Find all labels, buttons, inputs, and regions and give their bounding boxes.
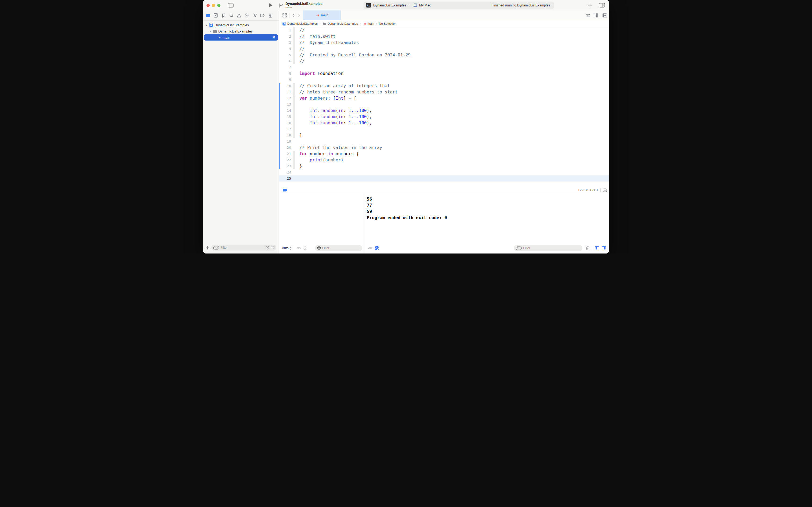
variables-scope-dropdown[interactable]: Auto [282,246,291,250]
debug-area-toggle-icon[interactable] [603,188,607,192]
run-button[interactable] [267,0,275,10]
line-number[interactable]: 10 [279,83,293,89]
line-number[interactable]: 15 [279,114,293,120]
code-line[interactable]: 23} [279,163,609,169]
code-line[interactable]: 12var numbers: [Int] = [ [279,95,609,101]
line-number[interactable]: 7 [279,64,293,70]
source-editor[interactable]: 1//2// main.swift3// DynamicListExamples… [279,27,609,187]
clear-console-icon[interactable] [586,246,590,250]
tab-main[interactable]: main [303,10,341,20]
line-number[interactable]: 21 [279,151,293,157]
quicklook-icon[interactable] [296,246,301,250]
line-number[interactable]: 16 [279,120,293,126]
debug-navigator-icon[interactable] [252,13,257,18]
breakpoint-navigator-icon[interactable] [260,13,265,18]
disclosure-chevron-icon[interactable]: ▼ [205,24,208,26]
code-line[interactable]: 6// [279,58,609,64]
code-line[interactable]: 4// [279,46,609,52]
breadcrumb-selection[interactable]: No Selection [379,22,396,25]
sidebar-toggle-icon[interactable] [227,0,234,10]
variables-filter-field[interactable]: Filter [315,245,362,251]
line-number[interactable]: 18 [279,132,293,138]
add-button[interactable] [206,246,209,249]
recent-files-icon[interactable] [266,246,269,249]
source-control-change-bar[interactable] [279,83,280,169]
line-number[interactable]: 19 [279,138,293,145]
console-filter-field[interactable]: Filter [514,245,582,251]
code-line[interactable]: 2// main.swift [279,33,609,40]
code-line[interactable]: 24 [279,169,609,175]
quicklook-icon[interactable] [368,246,372,250]
bookmark-navigator-icon[interactable] [221,13,226,18]
code-line[interactable]: 15 Int.random(in: 1...100), [279,114,609,120]
code-line[interactable]: 17 [279,126,609,132]
code-line[interactable]: 3// DynamicListExamples [279,40,609,46]
line-number[interactable]: 11 [279,89,293,95]
line-number[interactable]: 4 [279,46,293,52]
project-navigator-icon[interactable] [206,13,211,18]
close-button[interactable] [207,4,210,7]
zoom-button[interactable] [217,4,221,7]
line-number[interactable]: 12 [279,95,293,101]
issue-navigator-icon[interactable] [237,13,242,18]
code-line[interactable]: 7 [279,64,609,70]
tree-row-project[interactable]: ▼ A DynamicListExamples [203,22,279,28]
tree-row-group[interactable]: ▼ DynamicListExamples [203,28,279,35]
tree-row-file-main[interactable]: main M [204,35,278,41]
code-line[interactable]: 13 [279,101,609,107]
source-control-navigator-icon[interactable] [213,13,218,18]
toggle-console-view-icon[interactable] [602,246,606,250]
line-number[interactable]: 1 [279,27,293,33]
console-mode-toggles-icon[interactable] [375,246,379,250]
minimize-button[interactable] [212,4,215,7]
line-number[interactable]: 13 [279,101,293,107]
variables-view[interactable]: Auto Filter [279,193,365,253]
toggle-variables-view-icon[interactable] [595,246,599,250]
add-editor-icon[interactable] [601,10,608,20]
code-line[interactable]: 9 [279,76,609,83]
code-line[interactable]: 16 Int.random(in: 1...100), [279,120,609,126]
code-line[interactable]: 19 [279,138,609,145]
console-view[interactable]: 567759Program ended with exit code: 0 Fi… [365,193,609,253]
library-add-icon[interactable] [586,0,593,10]
code-line[interactable]: 8import Foundation [279,70,609,76]
swap-editor-icon[interactable] [585,10,591,20]
disclosure-chevron-icon[interactable]: ▼ [209,30,212,33]
report-navigator-icon[interactable] [268,13,273,18]
related-items-icon[interactable] [281,10,288,20]
code-line[interactable]: 18] [279,132,609,138]
breadcrumb-group[interactable]: DynamicListExamples [323,22,358,25]
code-line[interactable]: 25 [279,175,609,181]
line-number[interactable]: 14 [279,107,293,114]
line-number[interactable]: 8 [279,70,293,76]
navigator-filter-field[interactable]: Filter [211,245,276,250]
editor-options-icon[interactable] [598,0,606,10]
test-navigator-icon[interactable] [244,13,249,18]
code-line[interactable]: 10// Create an array of integers that [279,83,609,89]
code-line[interactable]: 14 Int.random(in: 1...100), [279,107,609,114]
info-icon[interactable] [303,246,307,250]
code-line[interactable]: 1// [279,27,609,33]
code-line[interactable]: 20// Print the values in the array [279,145,609,151]
scheme-selector[interactable]: >_ DynamicListExamples 〉 My Mac Finished… [363,2,554,9]
line-number[interactable]: 25 [279,175,293,181]
code-line[interactable]: 22 print(number) [279,157,609,163]
line-number[interactable]: 5 [279,52,293,58]
line-number[interactable]: 6 [279,58,293,64]
line-number[interactable]: 24 [279,169,293,175]
line-number[interactable]: 22 [279,157,293,163]
run-destination[interactable]: My Mac [419,3,431,7]
go-back-icon[interactable] [291,10,296,20]
console-output[interactable]: 567759Program ended with exit code: 0 [367,196,607,244]
line-number[interactable]: 20 [279,145,293,151]
minimap-icon[interactable] [592,10,599,20]
find-navigator-icon[interactable] [229,13,234,18]
line-number[interactable]: 2 [279,33,293,40]
breakpoints-toggle-icon[interactable] [283,189,287,191]
go-forward-icon[interactable] [296,10,301,20]
line-number[interactable]: 23 [279,163,293,169]
source-control-filter-icon[interactable] [271,246,275,249]
code-line[interactable]: 5// Created by Russell Gordon on 2024-01… [279,52,609,58]
code-line[interactable]: 11// holds three random numbers to start [279,89,609,95]
code-line[interactable]: 21for number in numbers { [279,151,609,157]
